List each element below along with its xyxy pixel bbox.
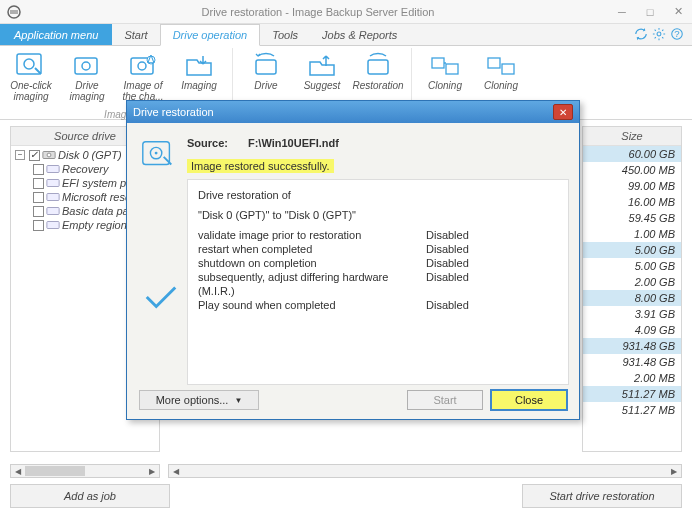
svg-point-20: [47, 153, 51, 157]
tab-tools[interactable]: Tools: [260, 24, 310, 45]
svg-rect-22: [47, 180, 59, 187]
details-heading: Drive restoration of: [198, 188, 558, 202]
success-message: Image restored successfully.: [187, 159, 334, 173]
size-header: Size: [583, 127, 681, 146]
dialog-close-button[interactable]: ✕: [553, 104, 573, 120]
svg-rect-13: [256, 60, 276, 74]
partition-icon: [46, 177, 60, 189]
svg-rect-18: [502, 64, 514, 74]
source-label: Source:: [187, 137, 228, 149]
size-list: 60.00 GB450.00 MB99.00 MB16.00 MB59.45 G…: [583, 146, 681, 451]
drive-restore-icon: [362, 50, 394, 80]
svg-rect-1: [10, 10, 18, 14]
svg-rect-21: [47, 166, 59, 173]
status-row: shutdown on completionDisabled: [198, 256, 558, 270]
disk-icon: [71, 50, 103, 80]
folder-arrow-icon: [183, 50, 215, 80]
checkbox[interactable]: [33, 192, 44, 203]
svg-text:?: ?: [674, 27, 679, 38]
settings-gear-icon[interactable]: [652, 27, 666, 43]
size-row: 2.00 MB: [583, 370, 681, 386]
dialog-start-button: Start: [407, 390, 483, 410]
source-value: F:\Win10UEFI.ndf: [248, 137, 339, 149]
status-row: restart when completedDisabled: [198, 242, 558, 256]
close-window-button[interactable]: ✕: [664, 0, 692, 24]
scroll-left-icon[interactable]: ◀: [169, 465, 183, 477]
folder-up-icon: [306, 50, 338, 80]
svg-rect-14: [368, 60, 388, 74]
svg-point-28: [155, 152, 158, 155]
application-menu-button[interactable]: Application menu: [0, 24, 112, 45]
dialog-close-confirm-button[interactable]: Close: [491, 390, 567, 410]
svg-rect-24: [47, 208, 59, 215]
size-row: 3.91 GB: [583, 306, 681, 322]
svg-point-6: [24, 59, 34, 69]
scroll-right-icon[interactable]: ▶: [145, 465, 159, 477]
left-scrollbar[interactable]: ◀ ▶: [10, 464, 160, 478]
checkbox[interactable]: [33, 206, 44, 217]
details-subheading: "Disk 0 (GPT)" to "Disk 0 (GPT)": [198, 208, 558, 222]
chevron-down-icon: ▼: [234, 396, 242, 405]
partition-icon: [46, 191, 60, 203]
size-row: 59.45 GB: [583, 210, 681, 226]
svg-point-2: [657, 32, 661, 36]
size-row: 4.09 GB: [583, 322, 681, 338]
drive-imaging-button[interactable]: Drive imaging: [60, 48, 114, 118]
size-row: 5.00 GB: [583, 242, 681, 258]
size-row: 16.00 MB: [583, 194, 681, 210]
ribbon-tab-strip: Application menu Start Drive operation T…: [0, 24, 692, 46]
size-row: 5.00 GB: [583, 258, 681, 274]
size-row: 931.48 GB: [583, 354, 681, 370]
window-titlebar: Drive restoration - Image Backup Server …: [0, 0, 692, 24]
drive-image-icon: [139, 135, 177, 177]
size-row: 2.00 GB: [583, 274, 681, 290]
drive-restore-icon: [250, 50, 282, 80]
dialog-titlebar[interactable]: Drive restoration ✕: [127, 101, 579, 123]
size-row: 511.27 MB: [583, 402, 681, 418]
partition-icon: [46, 219, 60, 231]
scroll-left-icon[interactable]: ◀: [11, 465, 25, 477]
partition-icon: [46, 205, 60, 217]
disk-icon: [15, 50, 47, 80]
size-panel: Size 60.00 GB450.00 MB99.00 MB16.00 MB59…: [582, 126, 682, 452]
tab-drive-operation[interactable]: Drive operation: [160, 24, 261, 46]
minimize-button[interactable]: ─: [608, 0, 636, 24]
help-icon[interactable]: ?: [670, 27, 684, 43]
svg-rect-7: [75, 58, 97, 74]
size-row: 60.00 GB: [583, 146, 681, 162]
size-row: 1.00 MB: [583, 226, 681, 242]
partition-icon: [46, 163, 60, 175]
status-row: Play sound when completedDisabled: [198, 298, 558, 312]
disk-delta-icon: Δ: [127, 50, 159, 80]
cloning-icon: [429, 50, 461, 80]
svg-point-8: [82, 62, 90, 70]
dialog-title: Drive restoration: [133, 106, 214, 118]
cloning-icon: [485, 50, 517, 80]
size-row: 511.27 MB: [583, 386, 681, 402]
size-row: 8.00 GB: [583, 290, 681, 306]
checkbox[interactable]: [33, 220, 44, 231]
mid-scrollbar[interactable]: ◀ ▶: [168, 464, 682, 478]
status-row: subsequently, adjust differing hardware …: [198, 270, 558, 298]
one-click-imaging-button[interactable]: One-click imaging: [4, 48, 58, 118]
disk-icon: [42, 149, 56, 161]
tree-collapse-icon[interactable]: −: [15, 150, 25, 160]
size-row: 931.48 GB: [583, 338, 681, 354]
checkbox[interactable]: [29, 150, 40, 161]
app-icon: [6, 4, 22, 20]
add-as-job-button[interactable]: Add as job: [10, 484, 170, 508]
drive-restoration-dialog: Drive restoration ✕ Source: F:\Win10UEFI…: [126, 100, 580, 420]
more-options-button[interactable]: More options... ▼: [139, 390, 259, 410]
sync-icon[interactable]: [634, 27, 648, 43]
svg-point-10: [138, 62, 146, 70]
maximize-button[interactable]: □: [636, 0, 664, 24]
start-drive-restoration-button[interactable]: Start drive restoration: [522, 484, 682, 508]
checkbox[interactable]: [33, 164, 44, 175]
scroll-right-icon[interactable]: ▶: [667, 465, 681, 477]
tab-start[interactable]: Start: [112, 24, 159, 45]
status-row: validate image prior to restorationDisab…: [198, 228, 558, 242]
tab-jobs-reports[interactable]: Jobs & Reports: [310, 24, 409, 45]
window-title: Drive restoration - Image Backup Server …: [28, 6, 608, 18]
checkbox[interactable]: [33, 178, 44, 189]
restoration-details: Drive restoration of "Disk 0 (GPT)" to "…: [187, 179, 569, 385]
